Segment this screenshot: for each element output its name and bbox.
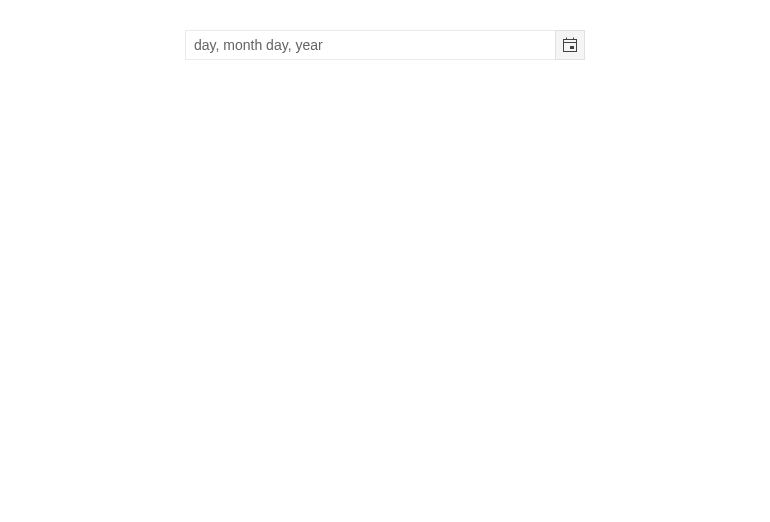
date-input[interactable] bbox=[185, 30, 555, 60]
calendar-icon bbox=[562, 37, 578, 53]
svg-rect-0 bbox=[564, 40, 577, 52]
date-picker bbox=[185, 30, 585, 60]
svg-rect-4 bbox=[570, 46, 574, 49]
calendar-toggle-button[interactable] bbox=[555, 30, 585, 60]
